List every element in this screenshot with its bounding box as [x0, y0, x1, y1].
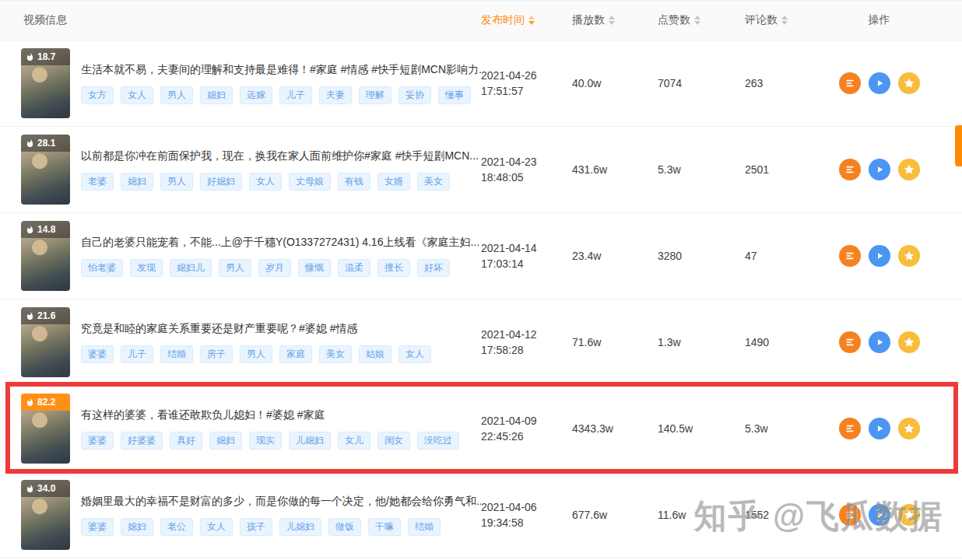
column-label: 操作 [869, 13, 890, 27]
favorite-button[interactable] [898, 418, 920, 439]
sort-icon [609, 16, 615, 25]
video-thumbnail[interactable]: 21.6 [21, 307, 70, 377]
video-tag[interactable]: 儿子 [279, 86, 312, 104]
video-tag[interactable]: 姑娘 [359, 345, 391, 363]
favorite-button[interactable] [898, 159, 920, 180]
video-tag[interactable]: 婆婆 [81, 432, 114, 450]
column-header-like-count[interactable]: 点赞数 [658, 13, 745, 27]
video-title[interactable]: 婚姻里最大的幸福不是财富的多少，而是你做的每一个决定，他/她都会给你勇气和... [81, 495, 481, 509]
detail-button[interactable] [839, 159, 861, 180]
video-tag[interactable]: 女儿 [338, 432, 370, 450]
video-tag[interactable]: 女人 [121, 86, 153, 104]
video-tag[interactable]: 慷慨 [298, 259, 331, 277]
video-tag[interactable]: 美女 [417, 173, 450, 191]
video-tag[interactable]: 结婚 [408, 518, 441, 536]
video-tag[interactable]: 女人 [398, 345, 431, 363]
video-thumbnail[interactable]: 14.8 [21, 221, 70, 291]
detail-button[interactable] [839, 504, 861, 526]
video-tag[interactable]: 怕老婆 [81, 259, 123, 277]
favorite-button[interactable] [898, 245, 920, 267]
video-tag[interactable]: 美女 [319, 345, 352, 363]
video-tag[interactable]: 女人 [249, 173, 282, 191]
column-header-play-count[interactable]: 播放数 [572, 13, 658, 27]
video-tag[interactable]: 结婚 [160, 345, 193, 363]
detail-button[interactable] [839, 331, 861, 353]
video-title[interactable]: 生活本就不易，夫妻间的理解和支持最是难得！#家庭 #情感 #快手短剧MCN影响力… [81, 63, 481, 77]
video-tag[interactable]: 理解 [359, 86, 391, 104]
column-header-comment-count[interactable]: 评论数 [745, 13, 830, 27]
video-tag[interactable]: 老公 [160, 518, 193, 536]
video-title[interactable]: 究竟是和睦的家庭关系重要还是财产重要呢？#婆媳 #情感 [81, 322, 431, 336]
video-tag[interactable]: 做饭 [328, 518, 361, 536]
video-tag[interactable]: 媳妇 [121, 518, 153, 536]
video-tag[interactable]: 房子 [200, 345, 233, 363]
video-tag[interactable]: 没吃过 [417, 432, 459, 450]
video-info-cell: 21.6 究竟是和睦的家庭关系重要还是财产重要呢？#婆媳 #情感 婆婆儿子结婚房… [0, 307, 481, 377]
video-tag[interactable]: 有钱 [338, 173, 370, 191]
video-tag[interactable]: 真好 [170, 432, 202, 450]
favorite-button[interactable] [898, 331, 920, 353]
video-tag[interactable]: 闺女 [377, 432, 410, 450]
video-tag[interactable]: 丈母娘 [289, 173, 331, 191]
video-tag[interactable]: 婆婆 [81, 518, 114, 536]
side-tab[interactable] [955, 125, 962, 166]
video-tag[interactable]: 女婿 [377, 173, 410, 191]
play-button[interactable] [869, 159, 890, 180]
video-tag[interactable]: 媳妇 [121, 173, 153, 191]
video-tag[interactable]: 妥协 [398, 86, 431, 104]
sort-icon [528, 16, 535, 25]
video-thumbnail[interactable]: 18.7 [21, 48, 70, 118]
video-tag[interactable]: 孩子 [240, 518, 272, 536]
video-tag[interactable]: 媳妇儿 [170, 259, 212, 277]
video-tag[interactable]: 儿媳妇 [289, 432, 331, 450]
video-tag[interactable]: 男人 [160, 86, 193, 104]
play-button[interactable] [869, 504, 890, 526]
like-count: 140.5w [658, 422, 745, 435]
video-tag[interactable]: 家庭 [279, 345, 312, 363]
video-title[interactable]: 有这样的婆婆，看谁还敢欺负儿媳妇！#婆媳 #家庭 [81, 408, 459, 422]
video-tag[interactable]: 现实 [249, 432, 282, 450]
tag-list: 怕老婆发现媳妇儿男人岁月慷慨温柔擅长好坏 [81, 259, 479, 277]
play-button[interactable] [869, 418, 890, 439]
video-tag[interactable]: 婆婆 [81, 345, 114, 363]
play-button[interactable] [869, 331, 890, 353]
video-tag[interactable]: 夫妻 [319, 86, 352, 104]
video-tag[interactable]: 媳妇 [200, 86, 233, 104]
video-tag[interactable]: 女方 [81, 86, 114, 104]
video-thumbnail[interactable]: 28.1 [21, 135, 70, 205]
video-tag[interactable]: 男人 [219, 259, 251, 277]
video-title[interactable]: 自己的老婆只能宠着，不能...上@于千穗Y(O1337272431) 4.16上… [81, 236, 479, 250]
video-tag[interactable]: 老婆 [81, 173, 114, 191]
video-tag[interactable]: 发现 [130, 259, 163, 277]
video-tag[interactable]: 媳妇 [209, 432, 242, 450]
hot-score-value: 18.7 [37, 51, 55, 62]
video-tag[interactable]: 远嫁 [240, 86, 272, 104]
play-button[interactable] [869, 245, 890, 267]
video-tag[interactable]: 好媳妇 [200, 173, 242, 191]
video-tag[interactable]: 好坏 [417, 259, 450, 277]
table-row: 14.8 自己的老婆只能宠着，不能...上@于千穗Y(O1337272431) … [0, 213, 962, 299]
video-tag[interactable]: 男人 [240, 345, 272, 363]
video-thumbnail[interactable]: 82.2 [21, 394, 70, 464]
detail-button[interactable] [839, 72, 861, 94]
video-tag[interactable]: 儿媳妇 [279, 518, 321, 536]
detail-button[interactable] [839, 245, 861, 267]
video-tag[interactable]: 男人 [160, 173, 193, 191]
video-tag[interactable]: 干嘛 [368, 518, 401, 536]
video-tag[interactable]: 女人 [200, 518, 233, 536]
favorite-button[interactable] [898, 72, 920, 94]
video-tag[interactable]: 好婆婆 [121, 432, 163, 450]
play-button[interactable] [869, 72, 890, 94]
video-tag[interactable]: 岁月 [258, 259, 291, 277]
detail-button[interactable] [839, 418, 861, 439]
video-tag[interactable]: 温柔 [338, 259, 370, 277]
video-tag[interactable]: 儿子 [121, 345, 153, 363]
video-tag[interactable]: 擅长 [377, 259, 410, 277]
video-tag[interactable]: 懂事 [438, 86, 471, 104]
favorite-button[interactable] [898, 504, 920, 526]
like-count: 7074 [658, 77, 745, 89]
comment-count: 5.3w [745, 422, 830, 435]
column-header-publish-time[interactable]: 发布时间 [481, 13, 572, 27]
video-thumbnail[interactable]: 34.0 [21, 480, 70, 550]
video-title[interactable]: 以前都是你冲在前面保护我，现在，换我在家人面前维护你#家庭 #快手短剧MCN..… [81, 149, 479, 163]
